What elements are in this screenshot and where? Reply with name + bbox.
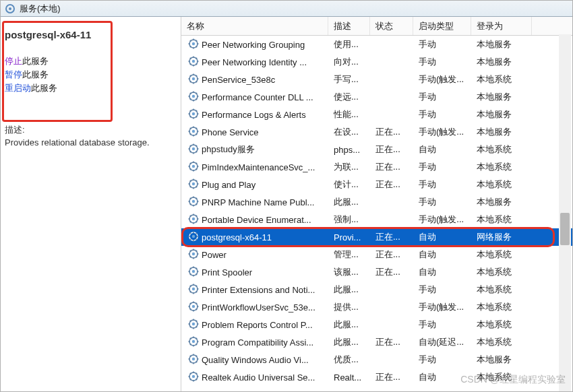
cell-name: Program Compatibility Assi...: [181, 336, 328, 349]
cell-log-on-as: 本地系统: [471, 73, 532, 86]
cell-startup-type: 手动(触发...: [413, 214, 471, 226]
cell-startup-type: 自动(延迟...: [413, 336, 471, 348]
service-row[interactable]: PenService_53e8c手写...手动(触发...本地系统: [181, 71, 572, 88]
service-row[interactable]: Portable Device Enumerat...强制...手动(触发...…: [181, 211, 572, 228]
header-description[interactable]: 描述: [328, 17, 370, 35]
titlebar: 服务(本地): [1, 1, 572, 17]
cell-startup-type: 手动(触发...: [413, 301, 471, 313]
svg-point-101: [192, 199, 195, 202]
cell-name: Power: [181, 249, 328, 261]
scroll-thumb[interactable]: [560, 213, 570, 245]
restart-link[interactable]: 重启动: [5, 83, 31, 93]
svg-point-181: [192, 339, 195, 342]
header-status[interactable]: 状态: [370, 17, 413, 35]
service-row[interactable]: Power管理...正在...自动本地系统: [181, 246, 572, 263]
service-name-text: Peer Networking Identity ...: [202, 57, 307, 67]
cell-log-on-as: 本地系统: [471, 301, 532, 313]
cell-startup-type: 手动: [413, 91, 471, 103]
cell-startup-type: 手动: [413, 38, 471, 51]
stop-link[interactable]: 停止: [5, 56, 22, 66]
service-row[interactable]: postgresql-x64-11Provi...正在...自动网络服务: [181, 228, 572, 246]
description-text: Provides relational database storage.: [5, 137, 167, 148]
cell-log-on-as: 本地服务: [471, 354, 532, 366]
header-name[interactable]: 名称: [181, 17, 328, 35]
service-name-text: PimIndexMaintenanceSvc_...: [202, 162, 315, 172]
cell-status: 正在...: [370, 371, 413, 383]
svg-point-121: [192, 234, 195, 237]
cell-log-on-as: 本地系统: [471, 336, 532, 348]
gear-icon: [188, 301, 199, 314]
service-row[interactable]: Printer Extensions and Noti...此服...手动本地系…: [181, 281, 572, 298]
cell-startup-type: 手动(触发...: [413, 73, 471, 86]
cell-log-on-as: 本地系统: [471, 266, 532, 278]
cell-name: phpstudy服务: [181, 143, 328, 156]
cell-log-on-as: 本地系统: [471, 249, 532, 261]
cell-name: Performance Logs & Alerts: [181, 108, 328, 121]
gear-icon: [188, 214, 199, 226]
cell-status: 正在...: [370, 249, 413, 261]
service-row[interactable]: Problem Reports Control P...此服...手动本地系统: [181, 316, 572, 333]
cell-name: PNRP Machine Name Publ...: [181, 196, 328, 209]
cell-name: Quality Windows Audio Vi...: [181, 354, 328, 366]
cell-name: Printer Extensions and Noti...: [181, 284, 328, 296]
cell-status: 正在...: [370, 266, 413, 278]
header-log-on-as[interactable]: 登录为: [471, 17, 532, 35]
service-row[interactable]: Performance Counter DLL ...使远...手动本地服务: [181, 88, 572, 106]
service-row[interactable]: PimIndexMaintenanceSvc_...为联...正在...手动本地…: [181, 158, 572, 176]
cell-startup-type: 手动(触发...: [413, 126, 471, 138]
service-row[interactable]: Realtek Audio Universal Se...Realt...正在.…: [181, 368, 572, 386]
gear-icon: [188, 371, 199, 384]
gear-icon: [188, 56, 199, 69]
gear-icon: [188, 354, 199, 366]
service-row[interactable]: Peer Networking Grouping使用...手动本地服务: [181, 36, 572, 53]
service-row[interactable]: Print Spooler该服...正在...自动本地系统: [181, 263, 572, 281]
svg-point-151: [192, 287, 195, 290]
gear-icon: [188, 196, 199, 209]
vertical-scrollbar[interactable]: [559, 34, 571, 391]
gear-icon: [188, 249, 199, 261]
cell-startup-type: 手动: [413, 161, 471, 173]
service-row[interactable]: Quality Windows Audio Vi...优质...手动本地服务: [181, 351, 572, 368]
cell-startup-type: 手动: [413, 319, 471, 331]
service-row[interactable]: Plug and Play使计...正在...手动本地系统: [181, 176, 572, 193]
gear-icon: [188, 266, 199, 279]
services-list: Peer Networking Grouping使用...手动本地服务 Peer…: [181, 36, 572, 386]
service-row[interactable]: phpstudy服务phps...正在...自动本地系统: [181, 141, 572, 158]
cell-description: 使远...: [328, 91, 370, 103]
header-startup-type[interactable]: 启动类型: [413, 17, 471, 35]
cell-log-on-as: 本地系统: [471, 284, 532, 296]
gear-icon: [188, 38, 199, 51]
pause-link[interactable]: 暂停: [5, 69, 22, 79]
cell-name: Problem Reports Control P...: [181, 319, 328, 331]
cell-startup-type: 手动: [413, 284, 471, 296]
svg-point-91: [192, 182, 195, 185]
service-name-text: Quality Windows Audio Vi...: [202, 355, 309, 365]
service-row[interactable]: Peer Networking Identity ...向对...手动本地服务: [181, 53, 572, 71]
svg-point-31: [192, 77, 195, 79]
service-row[interactable]: PNRP Machine Name Publ...此服...手动本地服务: [181, 193, 572, 211]
service-name-text: Power: [202, 250, 227, 260]
service-name-text: Plug and Play: [202, 180, 255, 190]
cell-startup-type: 自动: [413, 249, 471, 261]
cell-startup-type: 手动: [413, 56, 471, 68]
service-name-text: postgresql-x64-11: [202, 232, 272, 242]
service-row[interactable]: Performance Logs & Alerts性能...手动本地服务: [181, 106, 572, 123]
cell-description: 强制...: [328, 214, 370, 226]
service-row[interactable]: PrintWorkflowUserSvc_53e...提供...手动(触发...…: [181, 298, 572, 316]
cell-description: 在设...: [328, 126, 370, 138]
cell-name: Peer Networking Identity ...: [181, 56, 328, 69]
details-pane: postgresql-x64-11 停止此服务 暂停此服务 重启动此服务 描述:…: [1, 17, 181, 391]
service-row[interactable]: Phone Service在设...正在...手动(触发...本地服务: [181, 123, 572, 141]
cell-log-on-as: 本地服务: [471, 56, 532, 68]
svg-point-141: [192, 269, 195, 272]
column-headers: 名称 描述 状态 启动类型 登录为: [181, 17, 572, 36]
service-name-text: Performance Logs & Alerts: [202, 110, 306, 120]
cell-log-on-as: 本地系统: [471, 214, 532, 226]
cell-description: 此服...: [328, 196, 370, 208]
service-name-text: Portable Device Enumerat...: [202, 215, 311, 225]
service-name-text: Print Spooler: [202, 267, 252, 277]
cell-description: 此服...: [328, 336, 370, 348]
cell-description: 优质...: [328, 354, 370, 366]
service-row[interactable]: Program Compatibility Assi...此服...正在...自…: [181, 333, 572, 351]
svg-point-1: [9, 7, 11, 10]
